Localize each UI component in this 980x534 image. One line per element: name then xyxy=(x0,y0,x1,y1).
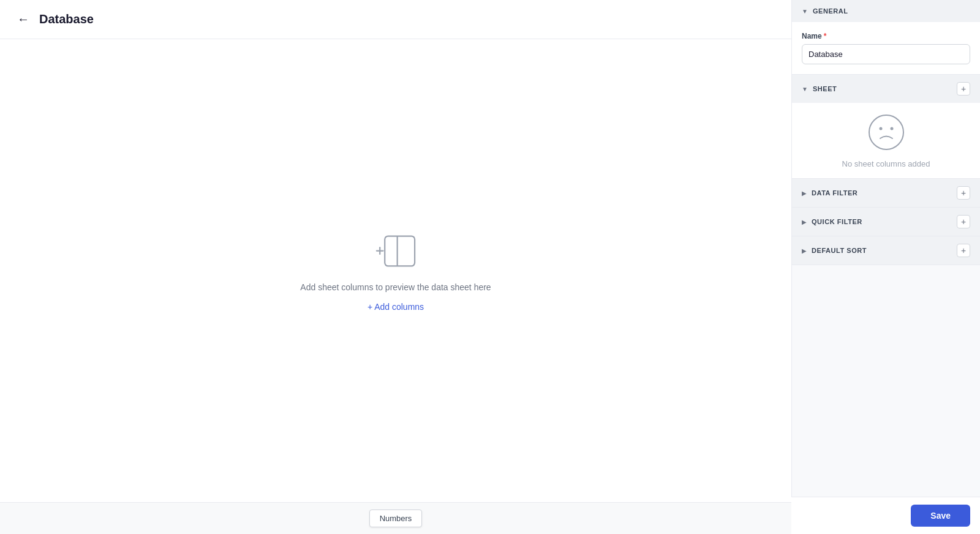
data-filter-add-button[interactable]: + xyxy=(957,186,970,200)
sad-face-icon xyxy=(867,113,906,152)
general-section-content: Name * xyxy=(792,22,980,74)
quick-filter-add-button[interactable]: + xyxy=(957,215,970,228)
sheet-add-button[interactable]: + xyxy=(957,82,970,96)
default-sort-chevron-icon: ▶ xyxy=(802,247,807,254)
required-star: * xyxy=(824,32,827,40)
quick-filter-header[interactable]: ▶ QUICK FILTER + xyxy=(792,208,980,236)
name-field-label: Name * xyxy=(802,32,970,40)
default-sort-header[interactable]: ▶ DEFAULT SORT + xyxy=(792,236,980,265)
general-section: ▼ GENERAL Name * xyxy=(792,0,980,75)
right-panel: ▼ GENERAL Name * ▼ SHEET + xyxy=(791,0,980,534)
quick-filter-section: ▶ QUICK FILTER + xyxy=(792,208,980,236)
sheet-section: ▼ SHEET + No sheet columns added xyxy=(792,75,980,179)
svg-rect-0 xyxy=(385,236,415,266)
back-button[interactable]: ← xyxy=(15,10,32,29)
page-header: ← Database xyxy=(0,0,791,39)
general-section-header[interactable]: ▼ GENERAL xyxy=(792,0,980,22)
numbers-tab-button[interactable]: Numbers xyxy=(369,510,423,527)
data-filter-header[interactable]: ▶ DATA FILTER + xyxy=(792,179,980,207)
sheet-chevron-icon: ▼ xyxy=(802,86,808,92)
general-chevron-icon: ▼ xyxy=(802,8,808,15)
default-sort-add-button[interactable]: + xyxy=(957,244,970,257)
svg-point-5 xyxy=(879,127,882,130)
sheet-section-content: No sheet columns added xyxy=(792,103,980,178)
quick-filter-chevron-icon: ▶ xyxy=(802,219,807,225)
page-title: Database xyxy=(39,12,94,26)
bottom-bar: Numbers xyxy=(0,502,791,534)
add-columns-link[interactable]: + Add columns xyxy=(368,302,424,312)
default-sort-title: DEFAULT SORT xyxy=(812,247,867,254)
data-filter-title: DATA FILTER xyxy=(812,189,858,197)
sheet-section-header[interactable]: ▼ SHEET + xyxy=(792,75,980,103)
general-section-title: GENERAL xyxy=(813,7,848,15)
svg-point-4 xyxy=(869,115,903,149)
empty-state-illustration xyxy=(371,230,420,273)
main-body: Add sheet columns to preview the data sh… xyxy=(0,39,791,502)
default-sort-section: ▶ DEFAULT SORT + xyxy=(792,236,980,265)
data-filter-section: ▶ DATA FILTER + xyxy=(792,179,980,208)
sheet-section-title: SHEET xyxy=(813,85,837,92)
name-input[interactable] xyxy=(802,44,970,64)
svg-point-6 xyxy=(890,127,893,130)
quick-filter-title: QUICK FILTER xyxy=(812,218,862,225)
no-columns-text: No sheet columns added xyxy=(842,159,930,168)
panel-footer: Save xyxy=(791,497,980,534)
save-button[interactable]: Save xyxy=(911,505,970,527)
data-filter-chevron-icon: ▶ xyxy=(802,190,807,197)
empty-state-text: Add sheet columns to preview the data sh… xyxy=(300,282,491,292)
